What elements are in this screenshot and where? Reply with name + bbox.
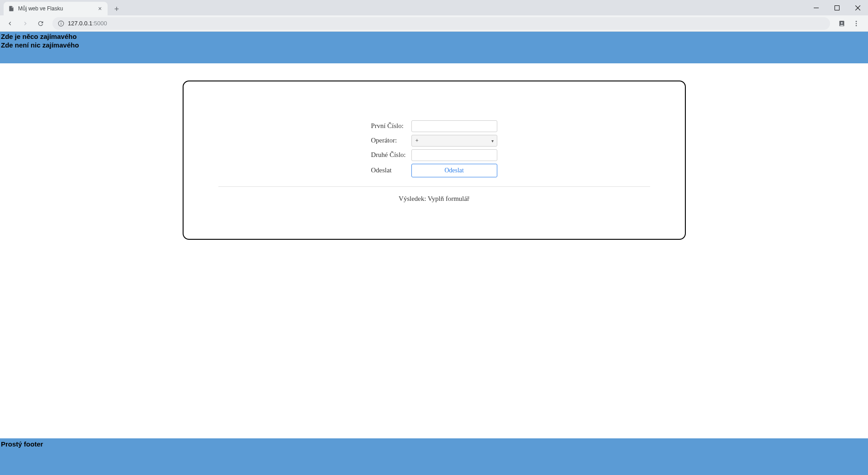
operator-select[interactable]: + xyxy=(411,135,497,147)
header-line-2: Zde není nic zajímavého xyxy=(1,41,867,50)
back-button[interactable] xyxy=(4,17,16,30)
maximize-button[interactable] xyxy=(826,0,847,15)
page-viewport: Zde je něco zajímavého Zde není nic zají… xyxy=(0,32,868,475)
svg-rect-5 xyxy=(61,23,61,24)
window-controls xyxy=(806,0,868,15)
url-host: 127.0.0.1 xyxy=(68,20,92,27)
first-number-label: První Číslo: xyxy=(371,120,408,132)
url-port: :5000 xyxy=(92,20,107,27)
svg-rect-6 xyxy=(61,22,61,22)
browser-titlebar: Můj web ve Flasku × + xyxy=(0,0,868,15)
forward-button[interactable] xyxy=(19,17,32,30)
divider xyxy=(218,186,650,187)
main-area: První Číslo: Operátor: + xyxy=(0,63,868,439)
info-icon xyxy=(58,20,64,27)
page-footer: Prostý footer xyxy=(0,438,868,475)
new-tab-button[interactable]: + xyxy=(110,3,123,15)
result-prefix: Výsledek: xyxy=(399,195,428,202)
minimize-button[interactable] xyxy=(806,0,826,15)
menu-icon[interactable] xyxy=(850,17,863,30)
browser-toolbar: 127.0.0.1:5000 xyxy=(0,15,868,32)
svg-rect-1 xyxy=(835,5,839,10)
result-value: Vyplň formulář xyxy=(428,195,469,202)
submit-row-label: Odeslat xyxy=(371,164,408,177)
footer-text: Prostý footer xyxy=(1,440,43,448)
first-number-input[interactable] xyxy=(411,120,497,132)
svg-rect-0 xyxy=(814,8,819,8)
second-number-input[interactable] xyxy=(411,149,497,161)
svg-point-9 xyxy=(856,21,857,22)
header-line-1: Zde je něco zajímavého xyxy=(1,33,867,41)
browser-tab[interactable]: Můj web ve Flasku × xyxy=(4,2,108,15)
svg-point-8 xyxy=(841,22,843,24)
url-text: 127.0.0.1:5000 xyxy=(68,20,107,27)
close-icon[interactable]: × xyxy=(97,5,103,12)
submit-button[interactable]: Odeslat xyxy=(411,164,497,177)
operator-label: Operátor: xyxy=(371,135,408,147)
svg-point-10 xyxy=(856,23,857,24)
calculator-card: První Číslo: Operátor: + xyxy=(183,81,686,240)
calculator-form: První Číslo: Operátor: + xyxy=(368,118,500,180)
close-window-button[interactable] xyxy=(847,0,868,15)
address-bar[interactable]: 127.0.0.1:5000 xyxy=(52,17,830,30)
page-header: Zde je něco zajímavého Zde není nic zají… xyxy=(0,32,868,63)
svg-point-11 xyxy=(856,25,857,26)
file-icon xyxy=(8,5,14,12)
reload-button[interactable] xyxy=(34,17,47,30)
second-number-label: Druhé Číslo: xyxy=(371,149,408,161)
tab-title: Můj web ve Flasku xyxy=(18,5,93,12)
profile-icon[interactable] xyxy=(835,17,848,30)
result-line: Výsledek: Vyplň formulář xyxy=(206,195,662,203)
